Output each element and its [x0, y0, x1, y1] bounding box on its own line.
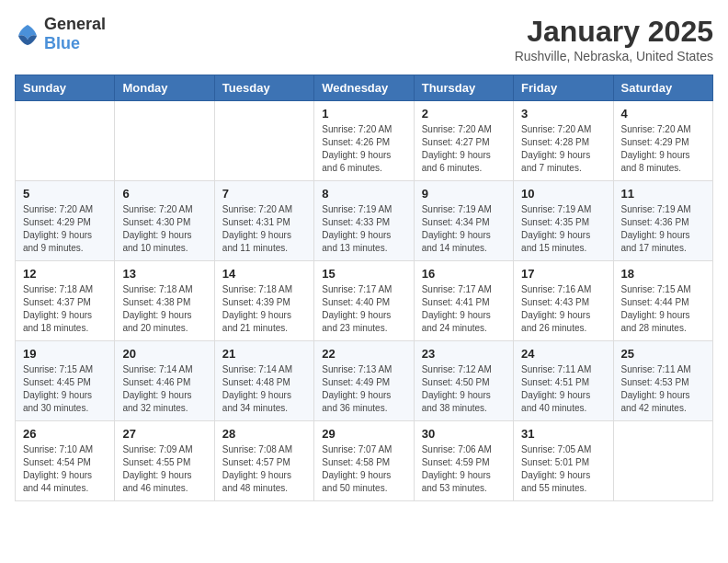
- calendar-body: 1Sunrise: 7:20 AM Sunset: 4:26 PM Daylig…: [16, 101, 713, 501]
- calendar-header: SundayMondayTuesdayWednesdayThursdayFrid…: [16, 75, 713, 101]
- day-detail: Sunrise: 7:07 AM Sunset: 4:58 PM Dayligh…: [322, 443, 405, 495]
- day-number: 30: [422, 427, 506, 441]
- weekday-header: Saturday: [613, 75, 712, 101]
- day-detail: Sunrise: 7:11 AM Sunset: 4:53 PM Dayligh…: [621, 363, 705, 415]
- day-detail: Sunrise: 7:19 AM Sunset: 4:33 PM Dayligh…: [322, 203, 405, 255]
- calendar-week-row: 5Sunrise: 7:20 AM Sunset: 4:29 PM Daylig…: [16, 181, 713, 261]
- day-number: 1: [322, 107, 405, 121]
- calendar-cell: 30Sunrise: 7:06 AM Sunset: 4:59 PM Dayli…: [414, 421, 513, 501]
- day-detail: Sunrise: 7:17 AM Sunset: 4:41 PM Dayligh…: [422, 283, 506, 335]
- day-number: 9: [422, 187, 506, 201]
- day-number: 19: [23, 347, 107, 361]
- day-number: 8: [322, 187, 405, 201]
- logo-general: General: [44, 15, 106, 33]
- day-detail: Sunrise: 7:20 AM Sunset: 4:27 PM Dayligh…: [422, 123, 506, 175]
- day-detail: Sunrise: 7:20 AM Sunset: 4:29 PM Dayligh…: [621, 123, 705, 175]
- calendar-cell: 8Sunrise: 7:19 AM Sunset: 4:33 PM Daylig…: [314, 181, 414, 261]
- calendar-cell: [613, 421, 712, 501]
- day-number: 28: [222, 427, 306, 441]
- month-title: January 2025: [515, 15, 713, 49]
- day-number: 31: [521, 427, 605, 441]
- calendar-cell: 12Sunrise: 7:18 AM Sunset: 4:37 PM Dayli…: [16, 261, 115, 341]
- day-detail: Sunrise: 7:06 AM Sunset: 4:59 PM Dayligh…: [422, 443, 506, 495]
- calendar-cell: [16, 101, 115, 181]
- weekday-header-row: SundayMondayTuesdayWednesdayThursdayFrid…: [16, 75, 713, 101]
- calendar-cell: 25Sunrise: 7:11 AM Sunset: 4:53 PM Dayli…: [613, 341, 712, 421]
- location-title: Rushville, Nebraska, United States: [515, 49, 713, 63]
- day-detail: Sunrise: 7:20 AM Sunset: 4:26 PM Dayligh…: [322, 123, 405, 175]
- day-detail: Sunrise: 7:20 AM Sunset: 4:30 PM Dayligh…: [122, 203, 206, 255]
- calendar-week-row: 26Sunrise: 7:10 AM Sunset: 4:54 PM Dayli…: [16, 421, 713, 501]
- calendar-cell: 14Sunrise: 7:18 AM Sunset: 4:39 PM Dayli…: [214, 261, 313, 341]
- day-detail: Sunrise: 7:19 AM Sunset: 4:36 PM Dayligh…: [621, 203, 705, 255]
- day-detail: Sunrise: 7:17 AM Sunset: 4:40 PM Dayligh…: [322, 283, 405, 335]
- calendar-cell: 24Sunrise: 7:11 AM Sunset: 4:51 PM Dayli…: [514, 341, 613, 421]
- logo: General Blue: [15, 15, 106, 53]
- day-number: 21: [222, 347, 306, 361]
- weekday-header: Monday: [115, 75, 214, 101]
- calendar-week-row: 19Sunrise: 7:15 AM Sunset: 4:45 PM Dayli…: [16, 341, 713, 421]
- day-number: 16: [422, 267, 506, 281]
- day-detail: Sunrise: 7:08 AM Sunset: 4:57 PM Dayligh…: [222, 443, 306, 495]
- day-detail: Sunrise: 7:09 AM Sunset: 4:55 PM Dayligh…: [122, 443, 206, 495]
- weekday-header: Thursday: [414, 75, 513, 101]
- calendar-cell: 17Sunrise: 7:16 AM Sunset: 4:43 PM Dayli…: [514, 261, 613, 341]
- logo-text: General Blue: [44, 15, 106, 53]
- day-detail: Sunrise: 7:13 AM Sunset: 4:49 PM Dayligh…: [322, 363, 405, 415]
- day-detail: Sunrise: 7:11 AM Sunset: 4:51 PM Dayligh…: [521, 363, 605, 415]
- day-number: 5: [23, 187, 107, 201]
- weekday-header: Wednesday: [314, 75, 414, 101]
- day-number: 29: [322, 427, 405, 441]
- logo-blue: Blue: [44, 34, 80, 52]
- day-number: 15: [322, 267, 405, 281]
- day-number: 24: [521, 347, 605, 361]
- calendar-cell: 1Sunrise: 7:20 AM Sunset: 4:26 PM Daylig…: [314, 101, 414, 181]
- calendar-cell: 23Sunrise: 7:12 AM Sunset: 4:50 PM Dayli…: [414, 341, 513, 421]
- day-number: 6: [122, 187, 206, 201]
- day-detail: Sunrise: 7:18 AM Sunset: 4:38 PM Dayligh…: [122, 283, 206, 335]
- logo-icon: [15, 21, 40, 47]
- calendar-cell: 15Sunrise: 7:17 AM Sunset: 4:40 PM Dayli…: [314, 261, 414, 341]
- day-number: 18: [621, 267, 705, 281]
- calendar-cell: 3Sunrise: 7:20 AM Sunset: 4:28 PM Daylig…: [514, 101, 613, 181]
- weekday-header: Sunday: [16, 75, 115, 101]
- calendar-cell: 9Sunrise: 7:19 AM Sunset: 4:34 PM Daylig…: [414, 181, 513, 261]
- calendar-cell: 29Sunrise: 7:07 AM Sunset: 4:58 PM Dayli…: [314, 421, 414, 501]
- day-detail: Sunrise: 7:20 AM Sunset: 4:28 PM Dayligh…: [521, 123, 605, 175]
- page-header: General Blue January 2025 Rushville, Neb…: [15, 15, 713, 63]
- calendar-table: SundayMondayTuesdayWednesdayThursdayFrid…: [15, 75, 713, 501]
- calendar-cell: 20Sunrise: 7:14 AM Sunset: 4:46 PM Dayli…: [115, 341, 214, 421]
- calendar-cell: [214, 101, 313, 181]
- day-number: 13: [122, 267, 206, 281]
- calendar-cell: 6Sunrise: 7:20 AM Sunset: 4:30 PM Daylig…: [115, 181, 214, 261]
- day-detail: Sunrise: 7:10 AM Sunset: 4:54 PM Dayligh…: [23, 443, 107, 495]
- day-detail: Sunrise: 7:05 AM Sunset: 5:01 PM Dayligh…: [521, 443, 605, 495]
- day-number: 10: [521, 187, 605, 201]
- calendar-cell: 4Sunrise: 7:20 AM Sunset: 4:29 PM Daylig…: [613, 101, 712, 181]
- day-detail: Sunrise: 7:19 AM Sunset: 4:35 PM Dayligh…: [521, 203, 605, 255]
- day-detail: Sunrise: 7:19 AM Sunset: 4:34 PM Dayligh…: [422, 203, 506, 255]
- calendar-cell: 18Sunrise: 7:15 AM Sunset: 4:44 PM Dayli…: [613, 261, 712, 341]
- day-number: 7: [222, 187, 306, 201]
- calendar-cell: 10Sunrise: 7:19 AM Sunset: 4:35 PM Dayli…: [514, 181, 613, 261]
- calendar-cell: 19Sunrise: 7:15 AM Sunset: 4:45 PM Dayli…: [16, 341, 115, 421]
- calendar-week-row: 1Sunrise: 7:20 AM Sunset: 4:26 PM Daylig…: [16, 101, 713, 181]
- calendar-cell: 31Sunrise: 7:05 AM Sunset: 5:01 PM Dayli…: [514, 421, 613, 501]
- calendar-cell: 5Sunrise: 7:20 AM Sunset: 4:29 PM Daylig…: [16, 181, 115, 261]
- calendar-cell: 16Sunrise: 7:17 AM Sunset: 4:41 PM Dayli…: [414, 261, 513, 341]
- day-number: 3: [521, 107, 605, 121]
- day-detail: Sunrise: 7:14 AM Sunset: 4:48 PM Dayligh…: [222, 363, 306, 415]
- day-detail: Sunrise: 7:20 AM Sunset: 4:29 PM Dayligh…: [23, 203, 107, 255]
- calendar-cell: 22Sunrise: 7:13 AM Sunset: 4:49 PM Dayli…: [314, 341, 414, 421]
- calendar-cell: 21Sunrise: 7:14 AM Sunset: 4:48 PM Dayli…: [214, 341, 313, 421]
- calendar-cell: 26Sunrise: 7:10 AM Sunset: 4:54 PM Dayli…: [16, 421, 115, 501]
- day-detail: Sunrise: 7:15 AM Sunset: 4:45 PM Dayligh…: [23, 363, 107, 415]
- calendar-cell: 7Sunrise: 7:20 AM Sunset: 4:31 PM Daylig…: [214, 181, 313, 261]
- weekday-header: Tuesday: [214, 75, 313, 101]
- calendar-cell: [115, 101, 214, 181]
- calendar-cell: 28Sunrise: 7:08 AM Sunset: 4:57 PM Dayli…: [214, 421, 313, 501]
- day-detail: Sunrise: 7:14 AM Sunset: 4:46 PM Dayligh…: [122, 363, 206, 415]
- calendar-cell: 11Sunrise: 7:19 AM Sunset: 4:36 PM Dayli…: [613, 181, 712, 261]
- day-number: 14: [222, 267, 306, 281]
- day-number: 4: [621, 107, 705, 121]
